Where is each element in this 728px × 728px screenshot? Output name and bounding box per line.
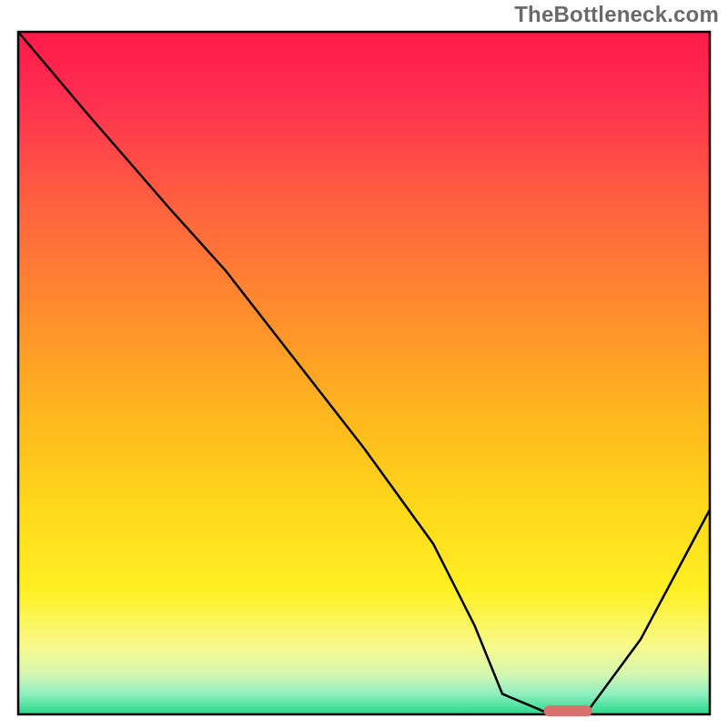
- bottleneck-chart: [0, 0, 728, 728]
- optimum-marker: [544, 705, 592, 716]
- watermark-text: TheBottleneck.com: [514, 2, 719, 27]
- chart-container: TheBottleneck.com: [0, 0, 728, 728]
- plot-background: [18, 32, 710, 714]
